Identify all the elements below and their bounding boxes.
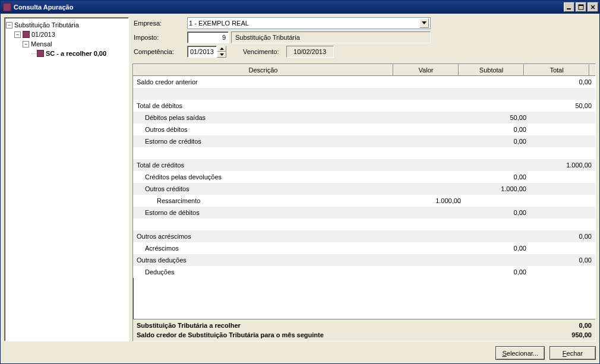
table-row[interactable]: Ressarcimento1.000,00 bbox=[133, 195, 595, 207]
cell-total: 0,00 bbox=[530, 233, 595, 240]
tree-label: Mensal bbox=[31, 40, 52, 48]
table-row[interactable]: Outros créditos1.000,00 bbox=[133, 183, 595, 195]
spinner-up-icon[interactable] bbox=[217, 46, 226, 52]
cell-subtotal: 1.000,00 bbox=[465, 185, 530, 192]
fechar-button[interactable]: Fechar bbox=[550, 346, 596, 360]
table-row[interactable]: Débitos pelas saídas50,00 bbox=[133, 112, 595, 124]
summary-row: Saldo credor de Substituição Tributária … bbox=[137, 330, 592, 340]
cell-descricao: Outros créditos bbox=[133, 185, 399, 192]
collapse-icon[interactable]: − bbox=[6, 22, 12, 29]
summary-row: Substituição Tributária a recolher 0,00 bbox=[137, 321, 592, 330]
tree-view[interactable]: − Substituição Tributária − 01/2013 bbox=[4, 17, 129, 341]
tree-node-freq[interactable]: − Mensal bbox=[6, 39, 127, 49]
tree-label: Substituição Tributária bbox=[14, 21, 79, 29]
table-row[interactable]: Estorno de débitos0,00 bbox=[133, 207, 595, 219]
imposto-desc-value: Substituição Tributária bbox=[235, 34, 300, 41]
cell-subtotal: 0,00 bbox=[465, 126, 530, 133]
table-row[interactable]: Deduções0,00 bbox=[133, 266, 595, 278]
svg-rect-0 bbox=[567, 8, 571, 10]
vencimento-field: 10/02/2013 bbox=[286, 46, 334, 58]
cell-subtotal: 50,00 bbox=[465, 114, 530, 121]
table-row[interactable] bbox=[133, 88, 595, 100]
cell-total: 0,00 bbox=[530, 78, 595, 86]
table-row[interactable]: Saldo credor anterior0,00 bbox=[133, 76, 595, 88]
competencia-input[interactable]: 01/2013 bbox=[187, 46, 217, 58]
summary-value: 950,00 bbox=[532, 331, 592, 338]
right-pane: Empresa: 1 - EXEMPLO REAL Imposto: 9 bbox=[132, 17, 596, 341]
grid-body[interactable]: Saldo credor anterior0,00Total de débito… bbox=[133, 76, 595, 319]
tree-connector-icon: ⋯ bbox=[31, 50, 37, 57]
window-buttons bbox=[564, 2, 598, 12]
tree-node-leaf[interactable]: ⋯ SC - a recolher 0,00 bbox=[6, 49, 127, 58]
close-button[interactable] bbox=[588, 2, 598, 12]
cell-total: 50,00 bbox=[530, 102, 595, 109]
spinner-down-icon[interactable] bbox=[217, 52, 226, 58]
label-imposto: Imposto: bbox=[134, 34, 187, 41]
cell-subtotal: 0,00 bbox=[465, 138, 530, 145]
table-row[interactable]: Outros débitos0,00 bbox=[133, 124, 595, 135]
titlebar: Consulta Apuração bbox=[1, 1, 599, 14]
cell-descricao: Deduções bbox=[133, 268, 399, 276]
grid: Descrição Valor Subtotal Total Saldo cre… bbox=[132, 64, 596, 341]
label-empresa: Empresa: bbox=[134, 20, 187, 27]
selecionar-rest: elecionar... bbox=[507, 350, 538, 357]
table-row[interactable]: Créditos pelas devoluções0,00 bbox=[133, 171, 595, 183]
table-row[interactable]: Estorno de créditos0,00 bbox=[133, 135, 595, 147]
tree-node-root[interactable]: − Substituição Tributária bbox=[6, 20, 127, 30]
cell-descricao: Acréscimos bbox=[133, 245, 399, 252]
header-subtotal[interactable]: Subtotal bbox=[459, 64, 524, 75]
cell-subtotal: 0,00 bbox=[465, 209, 530, 216]
folder-icon bbox=[23, 31, 30, 38]
header-descricao[interactable]: Descrição bbox=[133, 64, 393, 75]
tree-label: 01/2013 bbox=[31, 31, 55, 38]
collapse-icon[interactable]: − bbox=[14, 31, 21, 38]
empresa-select[interactable]: 1 - EXEMPLO REAL bbox=[187, 17, 431, 29]
svg-marker-7 bbox=[220, 53, 224, 56]
header-gutter bbox=[589, 64, 595, 75]
chevron-down-icon[interactable] bbox=[419, 18, 429, 28]
cell-descricao: Outros acréscimos bbox=[133, 233, 399, 240]
table-row[interactable]: Outras deduções0,00 bbox=[133, 254, 595, 266]
tree-node-period[interactable]: − 01/2013 bbox=[6, 30, 127, 39]
selecionar-accel: S bbox=[502, 350, 506, 357]
cell-valor: 1.000,00 bbox=[399, 197, 465, 204]
cell-descricao: Créditos pelas devoluções bbox=[133, 173, 399, 181]
table-row[interactable]: Outros acréscimos0,00 bbox=[133, 230, 595, 242]
selecionar-button[interactable]: Selecionar... bbox=[495, 346, 545, 360]
competencia-spinner[interactable]: 01/2013 bbox=[187, 46, 226, 58]
fechar-accel: F bbox=[563, 350, 567, 357]
label-competencia: Competência: bbox=[134, 48, 187, 55]
cell-descricao: Estorno de créditos bbox=[133, 138, 399, 145]
vencimento-value: 10/02/2013 bbox=[293, 48, 326, 55]
table-row[interactable] bbox=[133, 219, 595, 230]
cell-descricao: Débitos pelas saídas bbox=[133, 114, 399, 121]
competencia-value: 01/2013 bbox=[190, 48, 214, 55]
cell-descricao: Outros débitos bbox=[133, 126, 399, 133]
maximize-button[interactable] bbox=[576, 2, 586, 12]
header-valor[interactable]: Valor bbox=[393, 64, 459, 75]
table-row[interactable]: Total de créditos1.000,00 bbox=[133, 159, 595, 171]
cell-descricao: Saldo credor anterior bbox=[133, 78, 399, 86]
collapse-icon[interactable]: − bbox=[23, 41, 29, 48]
imposto-code-value: 9 bbox=[222, 34, 226, 41]
svg-marker-6 bbox=[220, 48, 224, 50]
minimize-button[interactable] bbox=[564, 2, 574, 12]
dialog-buttons: Selecionar... Fechar bbox=[4, 341, 596, 360]
table-row[interactable]: Total de débitos50,00 bbox=[133, 100, 595, 112]
table-row[interactable]: Acréscimos0,00 bbox=[133, 242, 595, 254]
summary-value: 0,00 bbox=[532, 322, 592, 329]
imposto-code-input[interactable]: 9 bbox=[187, 31, 229, 43]
header-total[interactable]: Total bbox=[524, 64, 589, 75]
cell-descricao: Total de débitos bbox=[133, 102, 399, 109]
window: Consulta Apuração − Substituição bbox=[0, 0, 600, 364]
imposto-desc: Substituição Tributária bbox=[231, 31, 431, 43]
form-header: Empresa: 1 - EXEMPLO REAL Imposto: 9 bbox=[132, 17, 596, 64]
cell-subtotal: 0,00 bbox=[465, 268, 530, 276]
grid-summary: Substituição Tributária a recolher 0,00 … bbox=[133, 319, 595, 341]
summary-label: Saldo credor de Substituição Tributária … bbox=[137, 331, 532, 338]
window-title: Consulta Apuração bbox=[14, 4, 564, 11]
table-row[interactable] bbox=[133, 147, 595, 159]
label-vencimento: Vencimento: bbox=[243, 48, 279, 55]
svg-marker-5 bbox=[422, 21, 427, 24]
cell-total: 0,00 bbox=[530, 257, 595, 264]
